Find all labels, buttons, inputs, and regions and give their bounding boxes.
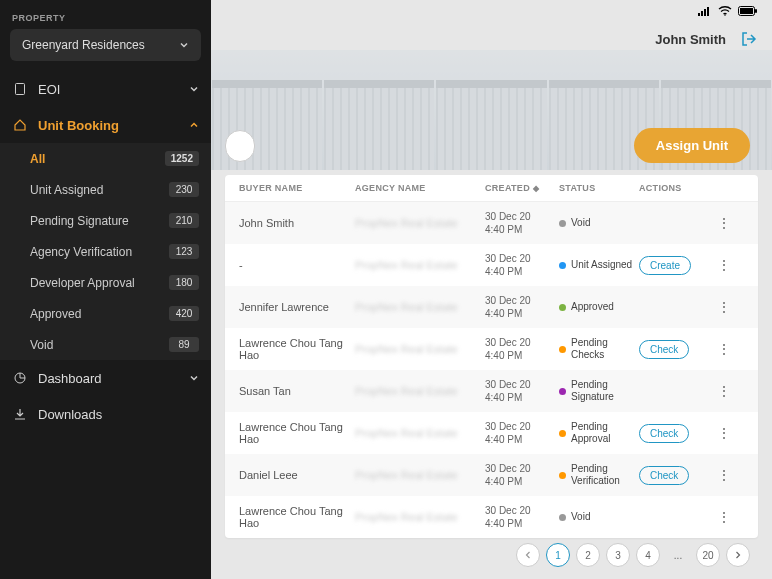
pagination: 1234...20 xyxy=(516,543,750,567)
col-buyer: BUYER NAME xyxy=(225,183,355,193)
nav-eoi[interactable]: EOI xyxy=(0,71,211,107)
main-content: John Smith Assign Unit BUYER NAME AGENCY… xyxy=(211,0,772,579)
sidebar-item-all[interactable]: All1252 xyxy=(0,143,211,174)
more-icon[interactable]: ⋮ xyxy=(709,468,739,482)
buyer-name: Daniel Leee xyxy=(225,469,355,481)
nav-downloads[interactable]: Downloads xyxy=(0,396,211,432)
create-button[interactable]: Create xyxy=(639,256,691,275)
assign-unit-button[interactable]: Assign Unit xyxy=(634,128,750,163)
page-2[interactable]: 2 xyxy=(576,543,600,567)
user-name: John Smith xyxy=(655,32,726,47)
status-badge: Pending Verification xyxy=(559,463,639,487)
nav-label: Unit Booking xyxy=(38,118,189,133)
logout-icon[interactable] xyxy=(740,30,758,48)
status-dot-icon xyxy=(559,304,566,311)
table-row: Daniel LeeePropNex Real Estate30 Dec 204… xyxy=(225,454,758,496)
created-date: 30 Dec 204:40 PM xyxy=(485,294,559,320)
more-icon[interactable]: ⋮ xyxy=(709,426,739,440)
status-dot-icon xyxy=(559,220,566,227)
chevron-down-icon xyxy=(189,373,199,383)
status-badge: Pending Checks xyxy=(559,337,639,361)
sublist-label: Developer Approval xyxy=(30,276,135,290)
status-badge: Unit Assigned xyxy=(559,259,639,271)
svg-rect-4 xyxy=(704,9,706,16)
status-badge: Pending Signature xyxy=(559,379,639,403)
sidebar-item-developer-approval[interactable]: Developer Approval180 xyxy=(0,267,211,298)
row-action: Create xyxy=(639,256,709,275)
status-dot-icon xyxy=(559,430,566,437)
nav-label: EOI xyxy=(38,82,189,97)
status-badge: Void xyxy=(559,511,639,523)
check-button[interactable]: Check xyxy=(639,424,689,443)
created-date: 30 Dec 204:40 PM xyxy=(485,336,559,362)
page-ellipsis: ... xyxy=(666,543,690,567)
more-icon[interactable]: ⋮ xyxy=(709,300,739,314)
page-4[interactable]: 4 xyxy=(636,543,660,567)
table-row: -PropNex Real Estate30 Dec 204:40 PMUnit… xyxy=(225,244,758,286)
count-badge: 89 xyxy=(169,337,199,352)
page-next[interactable] xyxy=(726,543,750,567)
nav-dashboard[interactable]: Dashboard xyxy=(0,360,211,396)
sidebar-item-pending-signature[interactable]: Pending Signature210 xyxy=(0,205,211,236)
agency-name: PropNex Real Estate xyxy=(355,301,485,313)
agency-name: PropNex Real Estate xyxy=(355,217,485,229)
chevron-up-icon xyxy=(189,120,199,130)
table-row: John SmithPropNex Real Estate30 Dec 204:… xyxy=(225,202,758,244)
page-1[interactable]: 1 xyxy=(546,543,570,567)
unit-booking-sublist: All1252Unit Assigned230Pending Signature… xyxy=(0,143,211,360)
device-status-bar xyxy=(698,6,758,16)
more-icon[interactable]: ⋮ xyxy=(709,510,739,524)
status-badge: Void xyxy=(559,217,639,229)
page-3[interactable]: 3 xyxy=(606,543,630,567)
document-icon xyxy=(12,81,28,97)
bookings-table: BUYER NAME AGENCY NAME CREATED◆ STATUS A… xyxy=(225,175,758,538)
svg-point-6 xyxy=(724,14,726,16)
sublist-label: Unit Assigned xyxy=(30,183,103,197)
nav-label: Dashboard xyxy=(38,371,189,386)
download-icon xyxy=(12,406,28,422)
chevron-down-icon xyxy=(179,40,189,50)
agency-name: PropNex Real Estate xyxy=(355,511,485,523)
buyer-name: Jennifer Lawrence xyxy=(225,301,355,313)
svg-rect-8 xyxy=(740,8,753,14)
sidebar-item-void[interactable]: Void89 xyxy=(0,329,211,360)
count-badge: 230 xyxy=(169,182,199,197)
table-row: Lawrence Chou Tang HaoPropNex Real Estat… xyxy=(225,496,758,538)
more-icon[interactable]: ⋮ xyxy=(709,216,739,230)
page-prev[interactable] xyxy=(516,543,540,567)
col-created[interactable]: CREATED◆ xyxy=(485,183,559,193)
more-icon[interactable]: ⋮ xyxy=(709,384,739,398)
more-icon[interactable]: ⋮ xyxy=(709,258,739,272)
property-selector[interactable]: Greenyard Residences xyxy=(10,29,201,61)
check-button[interactable]: Check xyxy=(639,340,689,359)
created-date: 30 Dec 204:40 PM xyxy=(485,210,559,236)
svg-rect-2 xyxy=(698,13,700,16)
sidebar: PROPERTY Greenyard Residences EOI Unit B… xyxy=(0,0,211,579)
property-label: PROPERTY xyxy=(0,0,211,29)
sublist-label: Pending Signature xyxy=(30,214,129,228)
sidebar-item-agency-verification[interactable]: Agency Verification123 xyxy=(0,236,211,267)
row-action: Check xyxy=(639,466,709,485)
count-badge: 1252 xyxy=(165,151,199,166)
check-button[interactable]: Check xyxy=(639,466,689,485)
count-badge: 210 xyxy=(169,213,199,228)
count-badge: 180 xyxy=(169,275,199,290)
page-header: John Smith xyxy=(655,30,758,48)
search-input[interactable] xyxy=(225,130,255,162)
nav-unit-booking[interactable]: Unit Booking xyxy=(0,107,211,143)
sidebar-item-approved[interactable]: Approved420 xyxy=(0,298,211,329)
page-20[interactable]: 20 xyxy=(696,543,720,567)
buyer-name: John Smith xyxy=(225,217,355,229)
created-date: 30 Dec 204:40 PM xyxy=(485,378,559,404)
created-date: 30 Dec 204:40 PM xyxy=(485,462,559,488)
svg-rect-3 xyxy=(701,11,703,16)
table-row: Jennifer LawrencePropNex Real Estate30 D… xyxy=(225,286,758,328)
chevron-down-icon xyxy=(189,84,199,94)
table-header: BUYER NAME AGENCY NAME CREATED◆ STATUS A… xyxy=(225,175,758,202)
agency-name: PropNex Real Estate xyxy=(355,427,485,439)
status-badge: Approved xyxy=(559,301,639,313)
sidebar-item-unit-assigned[interactable]: Unit Assigned230 xyxy=(0,174,211,205)
pie-chart-icon xyxy=(12,370,28,386)
property-name: Greenyard Residences xyxy=(22,38,145,52)
more-icon[interactable]: ⋮ xyxy=(709,342,739,356)
